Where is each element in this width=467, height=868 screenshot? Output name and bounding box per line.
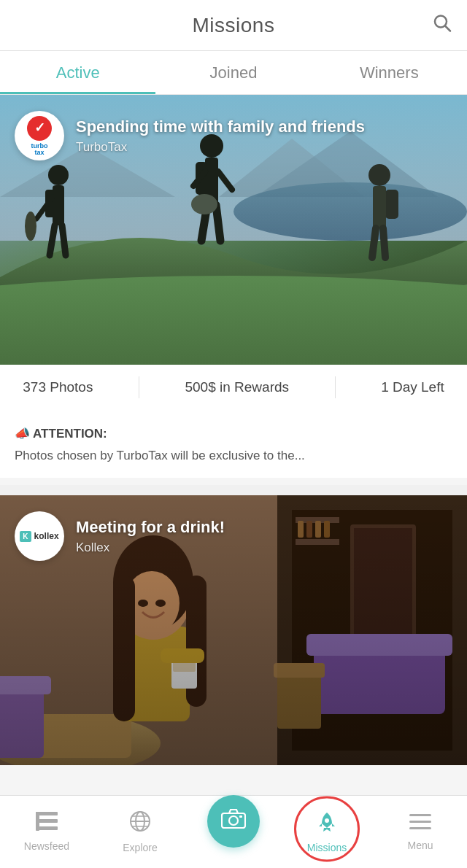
svg-line-19 <box>216 205 220 241</box>
attention-bar: 📣 ATTENTION: Photos chosen by TurboTax w… <box>0 413 467 478</box>
mission-overlay-kollex: K kollex Meeting for a drink! Kollex <box>0 495 467 577</box>
svg-rect-77 <box>409 827 431 829</box>
bottom-nav: Newsfeed Explore <box>0 795 467 868</box>
app-header: Missions <box>0 0 467 51</box>
svg-point-72 <box>229 816 238 825</box>
mission-brand-kollex: Kollex <box>76 540 225 555</box>
tab-winners[interactable]: Winners <box>312 51 467 94</box>
svg-rect-76 <box>409 821 431 823</box>
nav-camera[interactable] <box>187 817 280 848</box>
attention-emoji: 📣 <box>15 427 33 441</box>
nav-newsfeed[interactable]: Newsfeed <box>0 812 93 852</box>
svg-rect-25 <box>385 190 398 219</box>
card-spacer <box>0 485 467 495</box>
tab-active[interactable]: Active <box>0 51 155 94</box>
stat-time: 1 Day Left <box>381 379 444 395</box>
grid-icon <box>36 812 58 836</box>
mission-overlay: ✓ turbo tax Spending time with family an… <box>0 95 467 177</box>
tab-joined[interactable]: Joined <box>155 51 311 94</box>
attention-title: 📣 ATTENTION: <box>15 425 452 443</box>
mission-image-turbotax: ✓ turbo tax Spending time with family an… <box>0 95 467 365</box>
stat-photos: 373 Photos <box>23 379 93 395</box>
rocket-icon <box>316 810 338 837</box>
svg-point-74 <box>325 818 329 823</box>
svg-point-0 <box>435 15 447 27</box>
stats-divider-2 <box>335 376 336 398</box>
nav-missions[interactable]: Missions <box>280 810 374 853</box>
brand-logo-kollex: K kollex <box>15 511 64 561</box>
menu-icon <box>409 813 431 835</box>
nav-menu[interactable]: Menu <box>374 813 467 851</box>
svg-rect-65 <box>36 812 39 831</box>
svg-line-1 <box>446 26 451 31</box>
mission-card-turbotax[interactable]: ✓ turbo tax Spending time with family an… <box>0 95 467 478</box>
svg-line-12 <box>62 225 66 255</box>
search-icon <box>432 12 452 33</box>
mission-title-kollex: Meeting for a drink! <box>76 517 225 538</box>
nav-explore-label: Explore <box>123 842 157 853</box>
page-title: Missions <box>193 14 275 37</box>
nav-missions-label: Missions <box>307 842 347 853</box>
nav-newsfeed-label: Newsfeed <box>24 840 69 852</box>
svg-rect-75 <box>409 814 431 816</box>
camera-icon <box>221 808 246 834</box>
mission-brand-turbotax: TurboTax <box>76 140 365 155</box>
nav-menu-label: Menu <box>407 840 433 851</box>
search-button[interactable] <box>432 12 452 38</box>
mission-card-kollex[interactable]: K kollex Meeting for a drink! Kollex <box>0 495 467 765</box>
tab-bar: Active Joined Winners <box>0 51 467 95</box>
svg-point-14 <box>25 212 36 241</box>
mission-image-kollex: K kollex Meeting for a drink! Kollex <box>0 495 467 765</box>
svg-rect-73 <box>239 815 242 818</box>
nav-explore[interactable]: Explore <box>93 810 187 853</box>
stats-bar-turbotax: 373 Photos 500$ in Rewards 1 Day Left <box>0 362 467 413</box>
globe-icon <box>129 810 151 837</box>
brand-logo-turbotax: ✓ turbo tax <box>15 111 64 160</box>
stat-rewards: 500$ in Rewards <box>185 379 289 395</box>
mission-title-turbotax: Spending time with family and friends <box>76 117 365 138</box>
stats-divider-1 <box>139 376 139 398</box>
svg-line-28 <box>383 228 385 257</box>
svg-point-22 <box>191 194 217 214</box>
camera-circle <box>207 795 260 848</box>
attention-text: Photos chosen by TurboTax will be exclus… <box>15 446 452 465</box>
svg-line-27 <box>372 228 376 257</box>
svg-rect-26 <box>373 186 386 228</box>
